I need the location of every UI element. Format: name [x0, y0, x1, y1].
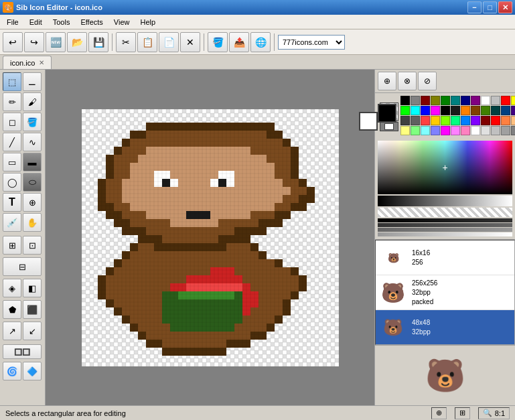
- tool-extra-4[interactable]: ◈: [3, 279, 21, 297]
- extract-button[interactable]: 📤: [229, 32, 249, 52]
- palette-swatch[interactable]: [411, 106, 420, 115]
- menu-tools[interactable]: Tools: [48, 15, 76, 29]
- palette-swatch[interactable]: [461, 116, 470, 125]
- menu-help[interactable]: Help: [135, 15, 161, 29]
- tool-eraser[interactable]: ◻: [3, 113, 21, 131]
- transparency-bar[interactable]: [378, 208, 512, 217]
- palette-swatch[interactable]: [481, 96, 490, 105]
- strip-mid[interactable]: [378, 228, 512, 232]
- website-combo[interactable]: 777icons.com Other: [278, 35, 345, 50]
- palette-swatch[interactable]: [400, 96, 410, 105]
- palette-swatch[interactable]: [501, 106, 510, 115]
- tool-extra-8[interactable]: ↗: [3, 322, 21, 340]
- palette-swatch[interactable]: [471, 106, 480, 115]
- tool-extra-3[interactable]: ⊟: [3, 257, 42, 276]
- tool-extra-1[interactable]: ⊞: [3, 236, 21, 255]
- icon-list-item[interactable]: 🐻256x25632bpppacked: [376, 275, 514, 310]
- undo-button[interactable]: ↩: [3, 32, 23, 52]
- palette-swatch[interactable]: [441, 126, 450, 135]
- palette-swatch[interactable]: [511, 126, 515, 135]
- palette-swatch[interactable]: [441, 96, 450, 105]
- secondary-color[interactable]: [359, 112, 378, 131]
- palette-swatch[interactable]: [451, 106, 460, 115]
- palette-swatch[interactable]: [461, 126, 470, 135]
- import-button[interactable]: 🌐: [250, 32, 271, 52]
- tool-zoom[interactable]: ⊕: [23, 193, 42, 212]
- palette-swatch[interactable]: [471, 126, 480, 135]
- tool-ellipse-fill[interactable]: ⬭: [23, 173, 42, 192]
- palette-swatch[interactable]: [411, 96, 420, 105]
- delete-button[interactable]: ✕: [180, 32, 200, 52]
- tool-select-free[interactable]: ⚊: [23, 72, 42, 91]
- strip-light[interactable]: [378, 232, 512, 236]
- close-button[interactable]: ✕: [498, 1, 512, 13]
- tool-rect-outline[interactable]: ▭: [3, 153, 21, 171]
- palette-swatch[interactable]: [491, 116, 500, 125]
- palette-swatch[interactable]: [471, 116, 480, 125]
- tool-ellipse-outline[interactable]: ◯: [3, 173, 21, 192]
- palette-swatch[interactable]: [491, 106, 500, 115]
- palette-swatch[interactable]: [451, 116, 460, 125]
- copy-button[interactable]: 📋: [137, 32, 157, 52]
- redo-button[interactable]: ↪: [24, 32, 44, 52]
- palette-swatch[interactable]: [441, 106, 450, 115]
- palette-swatch[interactable]: [451, 96, 460, 105]
- paste-button[interactable]: 📄: [159, 32, 179, 52]
- color-gradient-picker[interactable]: [378, 141, 512, 194]
- tool-extra-10[interactable]: 🌀: [3, 362, 21, 380]
- grayscale-bar[interactable]: [378, 196, 512, 206]
- palette-swatch[interactable]: [471, 96, 480, 105]
- strip-black[interactable]: [378, 218, 512, 222]
- palette-swatch[interactable]: [491, 96, 500, 105]
- primary-color[interactable]: [378, 104, 396, 123]
- palette-swatch[interactable]: [421, 126, 430, 135]
- palette-swatch[interactable]: [491, 126, 500, 135]
- tool-extra-9[interactable]: ↙: [23, 322, 42, 340]
- tool-eyedropper[interactable]: 💉: [3, 213, 21, 232]
- palette-swatch[interactable]: [461, 96, 470, 105]
- icon-list-item[interactable]: 🐻48x4832bpp: [376, 310, 514, 345]
- palette-swatch[interactable]: [501, 126, 510, 135]
- tool-curve[interactable]: ∿: [23, 133, 42, 151]
- palette-swatch[interactable]: [431, 96, 440, 105]
- tool-text[interactable]: T: [3, 193, 21, 212]
- sec-btn-1[interactable]: ⊕: [378, 72, 396, 90]
- sec-btn-3[interactable]: ⊘: [418, 72, 437, 90]
- tool-fill[interactable]: 🪣: [23, 113, 42, 131]
- palette-swatch[interactable]: [431, 106, 440, 115]
- open-button[interactable]: 📂: [67, 32, 87, 52]
- palette-swatch[interactable]: [400, 106, 410, 115]
- palette-swatch[interactable]: [421, 116, 430, 125]
- cut-button[interactable]: ✂: [116, 32, 136, 52]
- palette-swatch[interactable]: [511, 96, 515, 105]
- palette-swatch[interactable]: [421, 96, 430, 105]
- menu-file[interactable]: File: [1, 15, 24, 29]
- icon-list-item[interactable]: 🐻16x16256: [376, 240, 514, 275]
- palette-swatch[interactable]: [481, 106, 490, 115]
- icon-list[interactable]: 🐻16x16256🐻256x25632bpppacked🐻48x4832bpp🐻…: [375, 240, 515, 345]
- palette-swatch[interactable]: [511, 116, 515, 125]
- tool-rect-fill[interactable]: ▬: [23, 153, 42, 171]
- palette-swatch[interactable]: [481, 116, 490, 125]
- tool-big-1[interactable]: 🔲🔲: [3, 344, 42, 359]
- palette-swatch[interactable]: [511, 106, 515, 115]
- palette-swatch[interactable]: [501, 96, 510, 105]
- tool-select-rect[interactable]: ⬚: [3, 72, 21, 91]
- palette-swatch[interactable]: [451, 126, 460, 135]
- palette-swatch[interactable]: [411, 116, 420, 125]
- fill-button[interactable]: 🪣: [208, 32, 228, 52]
- pixel-canvas[interactable]: [82, 109, 339, 366]
- palette-swatch[interactable]: [481, 126, 490, 135]
- bg-swatch[interactable]: [380, 122, 398, 131]
- palette-swatch[interactable]: [441, 116, 450, 125]
- menu-view[interactable]: View: [108, 15, 135, 29]
- tool-brush[interactable]: 🖌: [23, 92, 42, 111]
- menu-effects[interactable]: Effects: [75, 15, 108, 29]
- tool-extra-2[interactable]: ⊡: [23, 236, 42, 255]
- palette-swatch[interactable]: [431, 126, 440, 135]
- tool-extra-7[interactable]: ⬛: [23, 300, 42, 319]
- strip-dark[interactable]: [378, 223, 512, 227]
- tab-icon-ico[interactable]: icon.ico ✕: [3, 56, 52, 69]
- tool-extra-5[interactable]: ◧: [23, 279, 42, 297]
- minimize-button[interactable]: −: [467, 1, 482, 13]
